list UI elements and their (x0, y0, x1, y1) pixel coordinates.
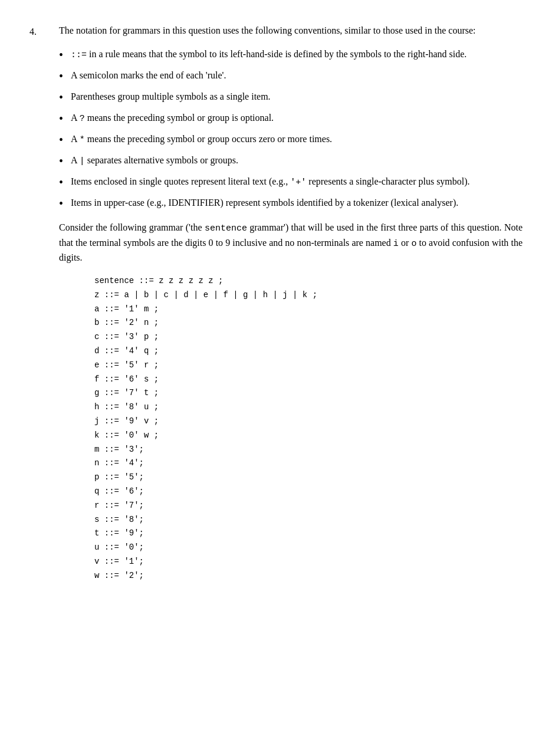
question-intro: The notation for grammars in this questi… (59, 24, 523, 38)
grammar-line: k ::= '0' w ; (94, 429, 523, 443)
bullet-icon: • (59, 90, 71, 105)
question-body: The notation for grammars in this questi… (59, 24, 523, 583)
grammar-line: a ::= '1' m ; (94, 303, 523, 317)
grammar-line: v ::= '1'; (94, 555, 523, 569)
list-item: • ::= in a rule means that the symbol to… (59, 47, 523, 63)
grammar-line: s ::= '8'; (94, 513, 523, 527)
list-item: • A ? means the preceding symbol or grou… (59, 111, 523, 126)
grammar-line: b ::= '2' n ; (94, 316, 523, 330)
grammar-line: e ::= '5' r ; (94, 359, 523, 373)
inline-code: sentence (205, 223, 247, 234)
grammar-block: sentence ::= z z z z z z ; z ::= a | b |… (94, 274, 523, 583)
list-item: • Items enclosed in single quotes repres… (59, 175, 523, 190)
grammar-line: j ::= '9' v ; (94, 415, 523, 429)
bullet-icon: • (59, 153, 71, 169)
bullet-text: Parentheses group multiple symbols as a … (71, 90, 523, 104)
bullet-text: Items in upper-case (e.g., IDENTIFIER) r… (71, 196, 523, 210)
inline-code: o (411, 239, 416, 249)
grammar-line: sentence ::= z z z z z z ; (94, 274, 523, 288)
bullet-text: A semicolon marks the end of each 'rule'… (71, 68, 523, 83)
inline-code: i (393, 239, 399, 249)
inline-code: '+' (290, 178, 306, 188)
bullet-list: • ::= in a rule means that the symbol to… (59, 47, 523, 211)
grammar-line: f ::= '6' s ; (94, 373, 523, 387)
bullet-icon: • (59, 47, 71, 63)
grammar-line: u ::= '0'; (94, 541, 523, 555)
grammar-line: p ::= '5'; (94, 471, 523, 485)
bullet-icon: • (59, 175, 71, 190)
inline-code: * (80, 135, 85, 145)
bullet-icon: • (59, 132, 71, 147)
grammar-line: q ::= '6'; (94, 485, 523, 499)
list-item: • A * means the preceding symbol or grou… (59, 132, 523, 147)
grammar-line: h ::= '8' u ; (94, 400, 523, 415)
bullet-text: A ? means the preceding symbol or group … (71, 111, 523, 126)
grammar-line: d ::= '4' q ; (94, 344, 523, 359)
bullet-text: A * means the preceding symbol or group … (71, 132, 523, 147)
bullet-icon: • (59, 196, 71, 211)
grammar-line: r ::= '7'; (94, 499, 523, 513)
inline-code: | (80, 156, 85, 166)
question-number: 4. (29, 24, 59, 583)
grammar-line: t ::= '9'; (94, 527, 523, 541)
inline-code: ::= (71, 50, 87, 60)
bullet-text: A | separates alternative symbols or gro… (71, 153, 523, 169)
grammar-line: g ::= '7' t ; (94, 386, 523, 400)
bullet-text: Items enclosed in single quotes represen… (71, 175, 523, 190)
grammar-line: c ::= '3' p ; (94, 330, 523, 344)
list-item: • Items in upper-case (e.g., IDENTIFIER)… (59, 196, 523, 211)
list-item: • A semicolon marks the end of each 'rul… (59, 68, 523, 84)
grammar-line: w ::= '2'; (94, 569, 523, 583)
bullet-icon: • (59, 111, 71, 126)
bullet-text: ::= in a rule means that the symbol to i… (71, 47, 523, 63)
list-item: • Parentheses group multiple symbols as … (59, 90, 523, 105)
inline-code: ? (80, 114, 85, 124)
grammar-line: z ::= a | b | c | d | e | f | g | h | j … (94, 288, 523, 303)
list-item: • A | separates alternative symbols or g… (59, 153, 523, 169)
grammar-line: m ::= '3'; (94, 443, 523, 457)
grammar-line: n ::= '4'; (94, 456, 523, 471)
question-4: 4. The notation for grammars in this que… (29, 24, 523, 583)
grammar-prose: Consider the following grammar ('the sen… (59, 221, 523, 265)
bullet-icon: • (59, 68, 71, 84)
